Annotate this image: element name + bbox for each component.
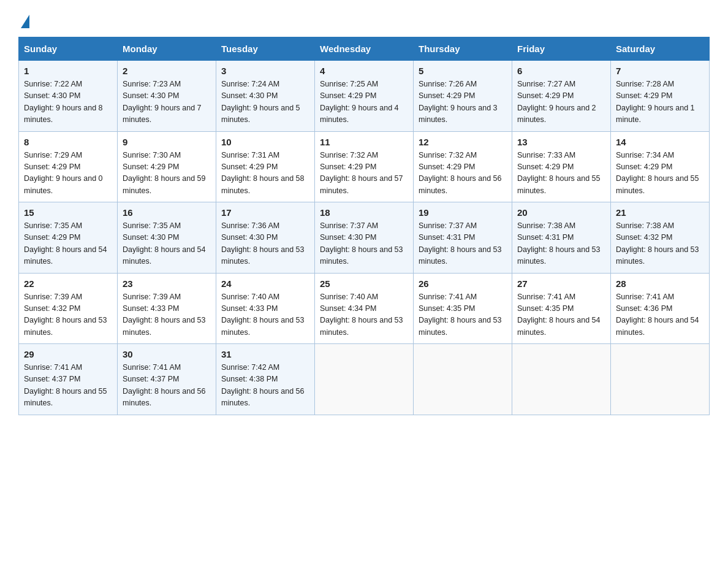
calendar-day-cell: 24Sunrise: 7:40 AMSunset: 4:33 PMDayligh… xyxy=(216,273,315,344)
day-info: Sunrise: 7:41 AMSunset: 4:35 PMDaylight:… xyxy=(419,291,507,339)
day-number: 26 xyxy=(419,278,507,289)
calendar-day-cell: 4Sunrise: 7:25 AMSunset: 4:29 PMDaylight… xyxy=(315,61,414,132)
calendar-table: SundayMondayTuesdayWednesdayThursdayFrid… xyxy=(18,37,710,415)
calendar-day-cell: 31Sunrise: 7:42 AMSunset: 4:38 PMDayligh… xyxy=(216,344,315,415)
day-info: Sunrise: 7:40 AMSunset: 4:33 PMDaylight:… xyxy=(221,291,309,339)
calendar-day-cell: 10Sunrise: 7:31 AMSunset: 4:29 PMDayligh… xyxy=(216,131,315,202)
calendar-day-cell: 9Sunrise: 7:30 AMSunset: 4:29 PMDaylight… xyxy=(118,131,216,202)
day-number: 19 xyxy=(419,207,507,218)
calendar-day-cell: 14Sunrise: 7:34 AMSunset: 4:29 PMDayligh… xyxy=(611,131,710,202)
weekday-header-cell: Friday xyxy=(512,37,611,61)
day-info: Sunrise: 7:41 AMSunset: 4:37 PMDaylight:… xyxy=(123,362,211,410)
day-number: 31 xyxy=(221,349,309,359)
weekday-header-row: SundayMondayTuesdayWednesdayThursdayFrid… xyxy=(19,37,710,61)
day-info: Sunrise: 7:32 AMSunset: 4:29 PMDaylight:… xyxy=(320,150,408,197)
calendar-week-row: 8Sunrise: 7:29 AMSunset: 4:29 PMDaylight… xyxy=(19,131,710,202)
day-info: Sunrise: 7:37 AMSunset: 4:30 PMDaylight:… xyxy=(320,220,408,268)
day-number: 22 xyxy=(24,278,112,289)
day-info: Sunrise: 7:41 AMSunset: 4:37 PMDaylight:… xyxy=(24,362,112,410)
day-info: Sunrise: 7:36 AMSunset: 4:30 PMDaylight:… xyxy=(221,220,309,268)
calendar-day-cell: 30Sunrise: 7:41 AMSunset: 4:37 PMDayligh… xyxy=(118,344,216,415)
calendar-day-cell: 26Sunrise: 7:41 AMSunset: 4:35 PMDayligh… xyxy=(414,273,512,344)
calendar-week-row: 15Sunrise: 7:35 AMSunset: 4:29 PMDayligh… xyxy=(19,202,710,274)
day-info: Sunrise: 7:26 AMSunset: 4:29 PMDaylight:… xyxy=(419,79,507,126)
day-number: 27 xyxy=(517,278,605,289)
day-number: 15 xyxy=(24,207,112,218)
calendar-day-cell: 17Sunrise: 7:36 AMSunset: 4:30 PMDayligh… xyxy=(216,202,315,274)
day-number: 3 xyxy=(221,66,309,76)
page-header xyxy=(18,12,710,27)
calendar-day-cell: 2Sunrise: 7:23 AMSunset: 4:30 PMDaylight… xyxy=(118,61,216,132)
calendar-week-row: 29Sunrise: 7:41 AMSunset: 4:37 PMDayligh… xyxy=(19,344,710,415)
calendar-day-cell: 6Sunrise: 7:27 AMSunset: 4:29 PMDaylight… xyxy=(512,61,611,132)
calendar-day-cell: 23Sunrise: 7:39 AMSunset: 4:33 PMDayligh… xyxy=(118,273,216,344)
calendar-day-cell: 3Sunrise: 7:24 AMSunset: 4:30 PMDaylight… xyxy=(216,61,315,132)
day-number: 23 xyxy=(123,278,211,289)
calendar-day-cell: 29Sunrise: 7:41 AMSunset: 4:37 PMDayligh… xyxy=(19,344,118,415)
day-number: 4 xyxy=(320,66,408,76)
day-info: Sunrise: 7:29 AMSunset: 4:29 PMDaylight:… xyxy=(24,150,112,197)
day-number: 24 xyxy=(221,278,309,289)
day-number: 25 xyxy=(320,278,408,289)
calendar-day-cell: 12Sunrise: 7:32 AMSunset: 4:29 PMDayligh… xyxy=(414,131,512,202)
day-number: 2 xyxy=(123,66,211,76)
day-number: 7 xyxy=(616,66,704,76)
calendar-day-cell: 21Sunrise: 7:38 AMSunset: 4:32 PMDayligh… xyxy=(611,202,710,274)
day-number: 17 xyxy=(221,207,309,218)
day-info: Sunrise: 7:41 AMSunset: 4:36 PMDaylight:… xyxy=(616,291,704,339)
day-info: Sunrise: 7:32 AMSunset: 4:29 PMDaylight:… xyxy=(419,150,507,197)
day-info: Sunrise: 7:35 AMSunset: 4:30 PMDaylight:… xyxy=(123,220,211,268)
day-info: Sunrise: 7:38 AMSunset: 4:31 PMDaylight:… xyxy=(517,220,605,268)
day-number: 5 xyxy=(419,66,507,76)
calendar-day-cell xyxy=(611,344,710,415)
calendar-day-cell: 19Sunrise: 7:37 AMSunset: 4:31 PMDayligh… xyxy=(414,202,512,274)
day-info: Sunrise: 7:25 AMSunset: 4:29 PMDaylight:… xyxy=(320,79,408,126)
day-number: 12 xyxy=(419,137,507,147)
calendar-day-cell: 1Sunrise: 7:22 AMSunset: 4:30 PMDaylight… xyxy=(19,61,118,132)
day-number: 21 xyxy=(616,207,704,218)
day-number: 8 xyxy=(24,137,112,147)
day-info: Sunrise: 7:33 AMSunset: 4:29 PMDaylight:… xyxy=(517,150,605,197)
calendar-day-cell: 18Sunrise: 7:37 AMSunset: 4:30 PMDayligh… xyxy=(315,202,414,274)
calendar-day-cell: 7Sunrise: 7:28 AMSunset: 4:29 PMDaylight… xyxy=(611,61,710,132)
day-number: 18 xyxy=(320,207,408,218)
calendar-day-cell xyxy=(414,344,512,415)
day-info: Sunrise: 7:34 AMSunset: 4:29 PMDaylight:… xyxy=(616,150,704,197)
logo-triangle-icon xyxy=(21,15,29,28)
day-number: 30 xyxy=(123,349,211,359)
day-number: 9 xyxy=(123,137,211,147)
weekday-header-cell: Monday xyxy=(118,37,216,61)
calendar-day-cell: 5Sunrise: 7:26 AMSunset: 4:29 PMDaylight… xyxy=(414,61,512,132)
calendar-day-cell xyxy=(315,344,414,415)
day-number: 6 xyxy=(517,66,605,76)
weekday-header-cell: Thursday xyxy=(414,37,512,61)
calendar-day-cell: 15Sunrise: 7:35 AMSunset: 4:29 PMDayligh… xyxy=(19,202,118,274)
calendar-day-cell: 16Sunrise: 7:35 AMSunset: 4:30 PMDayligh… xyxy=(118,202,216,274)
weekday-header-cell: Saturday xyxy=(611,37,710,61)
calendar-body: 1Sunrise: 7:22 AMSunset: 4:30 PMDaylight… xyxy=(19,61,710,415)
calendar-day-cell xyxy=(512,344,611,415)
weekday-header-cell: Sunday xyxy=(19,37,118,61)
day-number: 13 xyxy=(517,137,605,147)
day-number: 16 xyxy=(123,207,211,218)
day-info: Sunrise: 7:37 AMSunset: 4:31 PMDaylight:… xyxy=(419,220,507,268)
calendar-day-cell: 8Sunrise: 7:29 AMSunset: 4:29 PMDaylight… xyxy=(19,131,118,202)
calendar-day-cell: 22Sunrise: 7:39 AMSunset: 4:32 PMDayligh… xyxy=(19,273,118,344)
day-number: 14 xyxy=(616,137,704,147)
calendar-week-row: 22Sunrise: 7:39 AMSunset: 4:32 PMDayligh… xyxy=(19,273,710,344)
day-info: Sunrise: 7:24 AMSunset: 4:30 PMDaylight:… xyxy=(221,79,309,126)
day-info: Sunrise: 7:23 AMSunset: 4:30 PMDaylight:… xyxy=(123,79,211,126)
calendar-day-cell: 11Sunrise: 7:32 AMSunset: 4:29 PMDayligh… xyxy=(315,131,414,202)
day-info: Sunrise: 7:39 AMSunset: 4:32 PMDaylight:… xyxy=(24,291,112,339)
day-number: 20 xyxy=(517,207,605,218)
day-info: Sunrise: 7:38 AMSunset: 4:32 PMDaylight:… xyxy=(616,220,704,268)
day-number: 11 xyxy=(320,137,408,147)
day-number: 10 xyxy=(221,137,309,147)
calendar-day-cell: 27Sunrise: 7:41 AMSunset: 4:35 PMDayligh… xyxy=(512,273,611,344)
day-info: Sunrise: 7:30 AMSunset: 4:29 PMDaylight:… xyxy=(123,150,211,197)
day-info: Sunrise: 7:40 AMSunset: 4:34 PMDaylight:… xyxy=(320,291,408,339)
day-info: Sunrise: 7:35 AMSunset: 4:29 PMDaylight:… xyxy=(24,220,112,268)
day-info: Sunrise: 7:41 AMSunset: 4:35 PMDaylight:… xyxy=(517,291,605,339)
calendar-day-cell: 20Sunrise: 7:38 AMSunset: 4:31 PMDayligh… xyxy=(512,202,611,274)
calendar-day-cell: 13Sunrise: 7:33 AMSunset: 4:29 PMDayligh… xyxy=(512,131,611,202)
